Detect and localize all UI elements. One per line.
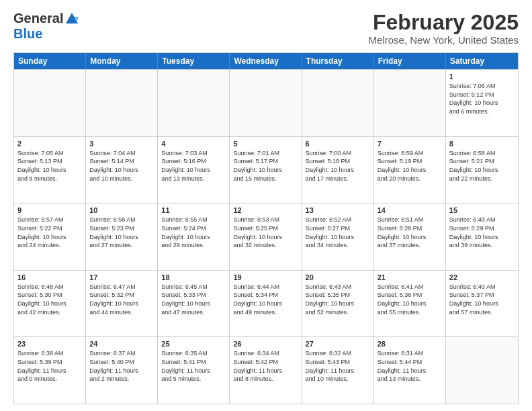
cell-info: Sunrise: 6:31 AM Sunset: 5:44 PM Dayligh… bbox=[378, 349, 442, 383]
day-number: 2 bbox=[17, 140, 82, 148]
cell-info: Sunrise: 6:56 AM Sunset: 5:23 PM Dayligh… bbox=[89, 216, 154, 249]
cell-info: Sunrise: 6:47 AM Sunset: 5:32 PM Dayligh… bbox=[89, 283, 154, 316]
cell-info: Sunrise: 6:49 AM Sunset: 5:29 PM Dayligh… bbox=[449, 216, 515, 249]
logo-general-text: General bbox=[13, 11, 63, 26]
calendar: SundayMondayTuesdayWednesdayThursdayFrid… bbox=[13, 52, 519, 404]
day-number: 7 bbox=[378, 140, 442, 148]
day-number: 9 bbox=[17, 206, 82, 214]
cell-info: Sunrise: 6:43 AM Sunset: 5:35 PM Dayligh… bbox=[306, 283, 370, 316]
day-number: 6 bbox=[306, 140, 370, 148]
month-title: February 2025 bbox=[369, 11, 519, 34]
calendar-cell: 14Sunrise: 6:51 AM Sunset: 5:28 PM Dayli… bbox=[374, 203, 446, 270]
header-cell-tuesday: Tuesday bbox=[158, 53, 230, 69]
cell-info: Sunrise: 6:58 AM Sunset: 5:21 PM Dayligh… bbox=[449, 149, 515, 183]
calendar-cell: 27Sunrise: 6:32 AM Sunset: 5:43 PM Dayli… bbox=[302, 337, 374, 404]
logo-icon bbox=[64, 11, 79, 26]
calendar-cell bbox=[158, 70, 230, 136]
calendar-cell: 26Sunrise: 6:34 AM Sunset: 5:42 PM Dayli… bbox=[230, 337, 302, 404]
calendar-cell: 21Sunrise: 6:41 AM Sunset: 5:36 PM Dayli… bbox=[374, 271, 446, 337]
day-number: 15 bbox=[449, 206, 515, 214]
calendar-cell: 17Sunrise: 6:47 AM Sunset: 5:32 PM Dayli… bbox=[86, 271, 158, 337]
day-number: 1 bbox=[449, 73, 515, 81]
day-number: 14 bbox=[378, 206, 442, 214]
calendar-cell: 20Sunrise: 6:43 AM Sunset: 5:35 PM Dayli… bbox=[302, 271, 374, 337]
day-number: 10 bbox=[89, 206, 154, 214]
calendar-cell: 23Sunrise: 6:38 AM Sunset: 5:39 PM Dayli… bbox=[14, 337, 86, 404]
logo-blue-text: Blue bbox=[13, 26, 42, 42]
calendar-cell: 10Sunrise: 6:56 AM Sunset: 5:23 PM Dayli… bbox=[86, 203, 158, 270]
header-cell-thursday: Thursday bbox=[302, 53, 374, 69]
calendar-cell: 4Sunrise: 7:03 AM Sunset: 5:16 PM Daylig… bbox=[158, 137, 230, 203]
calendar-cell: 12Sunrise: 6:53 AM Sunset: 5:25 PM Dayli… bbox=[230, 203, 302, 270]
day-number: 20 bbox=[306, 273, 370, 281]
calendar-row: 2Sunrise: 7:05 AM Sunset: 5:13 PM Daylig… bbox=[14, 136, 518, 203]
cell-info: Sunrise: 6:57 AM Sunset: 5:22 PM Dayligh… bbox=[17, 216, 82, 249]
calendar-cell bbox=[14, 70, 86, 136]
calendar-cell: 24Sunrise: 6:37 AM Sunset: 5:40 PM Dayli… bbox=[86, 337, 158, 404]
cell-info: Sunrise: 7:05 AM Sunset: 5:13 PM Dayligh… bbox=[17, 149, 82, 183]
header-cell-sunday: Sunday bbox=[14, 53, 86, 69]
calendar-cell: 25Sunrise: 6:35 AM Sunset: 5:41 PM Dayli… bbox=[158, 337, 230, 404]
calendar-cell: 7Sunrise: 6:59 AM Sunset: 5:19 PM Daylig… bbox=[374, 137, 446, 203]
calendar-cell bbox=[86, 70, 158, 136]
day-number: 11 bbox=[161, 206, 226, 214]
header-cell-wednesday: Wednesday bbox=[230, 53, 302, 69]
day-number: 24 bbox=[89, 340, 154, 348]
cell-info: Sunrise: 7:01 AM Sunset: 5:17 PM Dayligh… bbox=[233, 149, 298, 183]
day-number: 13 bbox=[306, 206, 370, 214]
cell-info: Sunrise: 6:45 AM Sunset: 5:33 PM Dayligh… bbox=[161, 283, 226, 316]
day-number: 3 bbox=[89, 140, 154, 148]
calendar-cell bbox=[302, 70, 374, 136]
cell-info: Sunrise: 6:38 AM Sunset: 5:39 PM Dayligh… bbox=[17, 349, 82, 383]
calendar-row: 1Sunrise: 7:06 AM Sunset: 5:12 PM Daylig… bbox=[14, 69, 518, 136]
cell-info: Sunrise: 6:55 AM Sunset: 5:24 PM Dayligh… bbox=[161, 216, 226, 249]
calendar-cell: 13Sunrise: 6:52 AM Sunset: 5:27 PM Dayli… bbox=[302, 203, 374, 270]
calendar-cell: 16Sunrise: 6:48 AM Sunset: 5:30 PM Dayli… bbox=[14, 271, 86, 337]
calendar-row: 9Sunrise: 6:57 AM Sunset: 5:22 PM Daylig… bbox=[14, 203, 518, 270]
calendar-row: 16Sunrise: 6:48 AM Sunset: 5:30 PM Dayli… bbox=[14, 270, 518, 337]
calendar-cell bbox=[374, 70, 446, 136]
calendar-cell: 11Sunrise: 6:55 AM Sunset: 5:24 PM Dayli… bbox=[158, 203, 230, 270]
header-cell-monday: Monday bbox=[86, 53, 158, 69]
cell-info: Sunrise: 6:41 AM Sunset: 5:36 PM Dayligh… bbox=[378, 283, 442, 316]
calendar-cell: 1Sunrise: 7:06 AM Sunset: 5:12 PM Daylig… bbox=[446, 70, 518, 136]
cell-info: Sunrise: 6:40 AM Sunset: 5:37 PM Dayligh… bbox=[449, 283, 515, 316]
day-number: 18 bbox=[161, 273, 226, 281]
day-number: 8 bbox=[449, 140, 515, 148]
day-number: 5 bbox=[233, 140, 298, 148]
day-number: 27 bbox=[306, 340, 370, 348]
cell-info: Sunrise: 7:00 AM Sunset: 5:18 PM Dayligh… bbox=[306, 149, 370, 183]
cell-info: Sunrise: 6:44 AM Sunset: 5:34 PM Dayligh… bbox=[233, 283, 298, 316]
cell-info: Sunrise: 7:06 AM Sunset: 5:12 PM Dayligh… bbox=[449, 82, 515, 116]
calendar-cell: 28Sunrise: 6:31 AM Sunset: 5:44 PM Dayli… bbox=[374, 337, 446, 404]
day-number: 22 bbox=[449, 273, 515, 281]
calendar-header: SundayMondayTuesdayWednesdayThursdayFrid… bbox=[14, 53, 518, 69]
calendar-cell: 15Sunrise: 6:49 AM Sunset: 5:29 PM Dayli… bbox=[446, 203, 518, 270]
day-number: 23 bbox=[17, 340, 82, 348]
day-number: 19 bbox=[233, 273, 298, 281]
calendar-cell bbox=[230, 70, 302, 136]
calendar-cell: 9Sunrise: 6:57 AM Sunset: 5:22 PM Daylig… bbox=[14, 203, 86, 270]
day-number: 26 bbox=[233, 340, 298, 348]
cell-info: Sunrise: 6:34 AM Sunset: 5:42 PM Dayligh… bbox=[233, 349, 298, 383]
calendar-row: 23Sunrise: 6:38 AM Sunset: 5:39 PM Dayli… bbox=[14, 336, 518, 404]
cell-info: Sunrise: 6:51 AM Sunset: 5:28 PM Dayligh… bbox=[378, 216, 442, 249]
cell-info: Sunrise: 7:03 AM Sunset: 5:16 PM Dayligh… bbox=[161, 149, 226, 183]
day-number: 17 bbox=[89, 273, 154, 281]
calendar-cell: 6Sunrise: 7:00 AM Sunset: 5:18 PM Daylig… bbox=[302, 137, 374, 203]
cell-info: Sunrise: 6:35 AM Sunset: 5:41 PM Dayligh… bbox=[161, 349, 226, 383]
cell-info: Sunrise: 6:53 AM Sunset: 5:25 PM Dayligh… bbox=[233, 216, 298, 249]
location: Melrose, New York, United States bbox=[369, 34, 519, 46]
day-number: 28 bbox=[378, 340, 442, 348]
day-number: 21 bbox=[378, 273, 442, 281]
header: General Blue February 2025 Melrose, New … bbox=[13, 11, 519, 46]
title-section: February 2025 Melrose, New York, United … bbox=[369, 11, 519, 46]
cell-info: Sunrise: 6:32 AM Sunset: 5:43 PM Dayligh… bbox=[306, 349, 370, 383]
calendar-cell: 19Sunrise: 6:44 AM Sunset: 5:34 PM Dayli… bbox=[230, 271, 302, 337]
calendar-cell: 5Sunrise: 7:01 AM Sunset: 5:17 PM Daylig… bbox=[230, 137, 302, 203]
calendar-body: 1Sunrise: 7:06 AM Sunset: 5:12 PM Daylig… bbox=[14, 69, 518, 404]
header-cell-saturday: Saturday bbox=[446, 53, 518, 69]
header-cell-friday: Friday bbox=[374, 53, 446, 69]
day-number: 12 bbox=[233, 206, 298, 214]
logo: General Blue bbox=[13, 11, 79, 42]
